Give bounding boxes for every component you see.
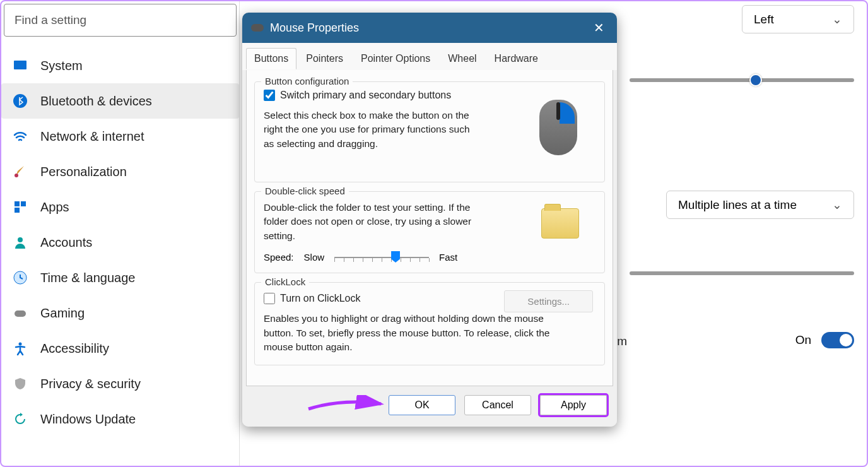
switch-buttons-checkbox[interactable] [264, 90, 275, 101]
nav-label: Accessibility [40, 341, 109, 356]
close-icon[interactable]: ✕ [590, 19, 608, 37]
sidebar-item-time[interactable]: Time & language [1, 260, 239, 295]
bluetooth-icon [13, 93, 28, 109]
svg-rect-5 [15, 208, 20, 213]
brush-icon [13, 164, 28, 179]
svg-point-6 [18, 237, 23, 242]
mouse-illustration [524, 93, 593, 163]
tab-buttons[interactable]: Buttons [246, 48, 296, 69]
update-icon [13, 411, 28, 427]
nav-label: Bluetooth & devices [40, 94, 152, 109]
accessibility-icon [13, 341, 28, 356]
toggle-row: On [795, 332, 854, 348]
fast-label: Fast [439, 252, 457, 263]
sidebar-item-network[interactable]: Network & internet [1, 119, 239, 154]
checkbox-label: Turn on ClickLock [280, 293, 360, 304]
nav-label: Apps [40, 200, 69, 215]
sidebar-item-apps[interactable]: Apps [1, 189, 239, 225]
ok-button[interactable]: OK [389, 395, 455, 415]
tab-wheel[interactable]: Wheel [440, 48, 484, 69]
sidebar-item-accessibility[interactable]: Accessibility [1, 331, 239, 366]
group-button-config: Button configuration Switch primary and … [254, 81, 605, 182]
group-title: Double-click speed [261, 186, 349, 196]
dialog-tabs: Buttons Pointers Pointer Options Wheel H… [242, 43, 617, 70]
svg-rect-0 [14, 61, 26, 69]
doubleclick-speed-slider[interactable] [334, 257, 429, 258]
toggle-label: On [795, 333, 811, 347]
dialog-title: Mouse Properties [270, 21, 359, 35]
mouse-properties-dialog: Mouse Properties ✕ Buttons Pointers Poin… [242, 13, 617, 427]
nav-label: Personalization [40, 165, 127, 179]
nav-label: Windows Update [40, 412, 136, 427]
svg-rect-4 [21, 201, 26, 206]
tab-hardware[interactable]: Hardware [486, 48, 546, 69]
nav-list: System Bluetooth & devices Network & int… [1, 48, 239, 437]
dropdown-value: Multiple lines at a time [678, 198, 797, 212]
sidebar-item-gaming[interactable]: Gaming [1, 295, 239, 331]
tab-pointers[interactable]: Pointers [298, 48, 351, 69]
slider-thumb[interactable] [391, 251, 400, 263]
nav-label: System [40, 59, 83, 73]
dropdown-value: Left [754, 13, 774, 27]
sidebar-item-privacy[interactable]: Privacy & security [1, 366, 239, 401]
settings-sidebar: Find a setting System Bluetooth & device… [1, 1, 240, 466]
tab-pointer-options[interactable]: Pointer Options [353, 48, 438, 69]
sidebar-item-bluetooth[interactable]: Bluetooth & devices [1, 83, 239, 119]
search-input[interactable]: Find a setting [4, 4, 237, 37]
wifi-icon [13, 129, 28, 144]
svg-rect-3 [15, 201, 20, 206]
cancel-button[interactable]: Cancel [464, 395, 531, 415]
folder-illustration[interactable] [541, 208, 579, 239]
dialog-button-row: OK Cancel Apply [242, 386, 617, 427]
sidebar-item-personalization[interactable]: Personalization [1, 154, 239, 189]
speed-label: Speed: [264, 252, 294, 263]
apps-icon [13, 199, 28, 215]
sidebar-item-update[interactable]: Windows Update [1, 401, 239, 437]
clicklock-settings-button: Settings... [504, 290, 593, 312]
svg-rect-8 [15, 310, 26, 317]
speed-row: Speed: Slow Fast [264, 252, 595, 263]
group-doubleclick: Double-click speed Double-click the fold… [254, 191, 605, 273]
dialog-titlebar[interactable]: Mouse Properties ✕ [242, 13, 617, 43]
arrow-annotation [305, 395, 387, 414]
group-title: ClickLock [261, 276, 309, 287]
pointer-speed-slider[interactable] [630, 78, 854, 82]
scroll-mode-dropdown[interactable]: Multiple lines at a time⌄ [666, 191, 854, 219]
nav-label: Network & internet [40, 129, 144, 144]
nav-label: Time & language [40, 271, 135, 285]
svg-point-2 [15, 174, 18, 177]
toggle-switch[interactable] [821, 332, 854, 348]
slider-thumb[interactable] [749, 74, 762, 86]
slow-label: Slow [304, 252, 325, 263]
nav-label: Accounts [40, 235, 92, 250]
chevron-down-icon: ⌄ [832, 12, 842, 27]
apply-button[interactable]: Apply [540, 395, 607, 415]
primary-button-dropdown[interactable]: Left⌄ [742, 5, 854, 33]
sidebar-item-system[interactable]: System [1, 48, 239, 83]
chevron-down-icon: ⌄ [832, 198, 842, 212]
svg-point-1 [13, 94, 27, 108]
group-clicklock: ClickLock Turn on ClickLock Settings... … [254, 282, 605, 365]
mouse-icon [251, 24, 264, 32]
nav-label: Gaming [40, 306, 85, 321]
truncated-text: m [617, 334, 627, 348]
group-description: Enables you to highlight or drag without… [264, 312, 560, 354]
checkbox-label: Switch primary and secondary buttons [280, 90, 451, 101]
gamepad-icon [13, 305, 28, 321]
group-description: Double-click the folder to test your set… [264, 201, 478, 243]
sidebar-item-accounts[interactable]: Accounts [1, 225, 239, 260]
clock-icon [13, 270, 28, 285]
clicklock-checkbox[interactable] [264, 293, 275, 304]
scroll-lines-slider[interactable] [630, 271, 854, 275]
group-description: Select this check box to make the button… [264, 109, 478, 151]
svg-point-9 [19, 343, 22, 346]
display-icon [13, 58, 28, 73]
shield-icon [13, 376, 28, 391]
group-title: Button configuration [261, 76, 353, 86]
dialog-body: Button configuration Switch primary and … [246, 70, 613, 386]
person-icon [13, 235, 28, 250]
nav-label: Privacy & security [40, 377, 141, 391]
